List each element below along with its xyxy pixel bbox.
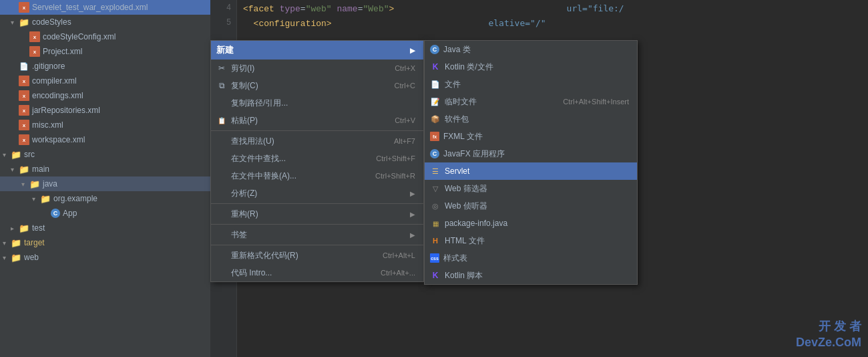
code-line-5: <configuration> elative="/": [243, 16, 863, 31]
folder-icon: 📁: [11, 149, 21, 160]
menu-item-web-filter[interactable]: ▽ Web 筛选器: [425, 180, 637, 197]
menu-shortcut: Ctrl+X: [395, 64, 415, 72]
menu-item-label: 代码 Intro...: [231, 267, 272, 279]
menu-item-package[interactable]: 📦 软件包: [425, 110, 637, 128]
watermark-line2: DevZe.CoM: [796, 335, 861, 350]
tree-item-gitignore[interactable]: 📄 .gitignore: [0, 59, 210, 74]
menu-item-left: K Kotlin 类/文件: [430, 62, 493, 73]
menu-item-package-info[interactable]: ▦ package-info.java: [425, 215, 637, 232]
folder-icon: 📁: [19, 17, 29, 27]
menu-item-kotlin-script[interactable]: K Kotlin 脚本: [425, 267, 637, 284]
menu-item-left: ⧉ 复制(C): [216, 80, 258, 92]
xml-attr2: name: [337, 4, 357, 14]
url-partial: url="file:/: [399, 3, 624, 13]
tree-item-servelet-xml[interactable]: x Servelet_test_war_exploded.xml: [0, 0, 210, 15]
menu-item-javafx[interactable]: C JavaFX 应用程序: [425, 145, 637, 162]
item-label: web: [24, 253, 39, 262]
arrow: [32, 195, 40, 203]
menu-item-analyze[interactable]: 分析(Z) ▶: [211, 185, 423, 202]
arrow: [3, 151, 11, 158]
menu-shortcut: Ctrl+Alt+...: [381, 269, 415, 277]
tree-item-jarRepositories-xml[interactable]: x jarRepositories.xml: [0, 103, 210, 118]
menu-item-stylesheet[interactable]: css 样式表: [425, 249, 637, 267]
menu-item-temp-file[interactable]: 📝 临时文件 Ctrl+Alt+Shift+Insert: [425, 93, 637, 110]
menu-item-left: H HTML 文件: [430, 235, 485, 247]
tree-item-target[interactable]: 📁 target: [0, 235, 210, 250]
xml-tag2: configuration: [258, 19, 326, 29]
menu-item-fxml[interactable]: fx FXML 文件: [425, 128, 637, 145]
item-label: src: [24, 150, 35, 159]
context-menu-left: 新建 ▶ ✂ 剪切(I) Ctrl+X ⧉ 复制(C) Ctrl+C 复制路径/…: [210, 40, 424, 282]
package-icon: 📦: [430, 114, 441, 124]
tree-item-misc-xml[interactable]: x misc.xml: [0, 118, 210, 132]
menu-item-bookmark[interactable]: 书签 ▶: [211, 226, 423, 243]
xml-icon: x: [29, 46, 40, 57]
tree-item-src[interactable]: 📁 src: [0, 147, 210, 162]
menu-item-copy[interactable]: ⧉ 复制(C) Ctrl+C: [211, 77, 423, 94]
menu-item-left: 在文件中替换(A)...: [216, 170, 296, 182]
menu-item-find-in-file[interactable]: 在文件中查找... Ctrl+Shift+F: [211, 150, 423, 167]
empty-icon: [216, 250, 227, 261]
menu-item-cut[interactable]: ✂ 剪切(I) Ctrl+X: [211, 60, 423, 77]
tree-item-web[interactable]: 📁 web: [0, 250, 210, 265]
xml-icon: x: [19, 105, 29, 116]
menu-item-replace-in-file[interactable]: 在文件中替换(A)... Ctrl+Shift+R: [211, 167, 423, 185]
fxml-icon: fx: [430, 132, 439, 141]
kotlin-icon: K: [430, 62, 441, 72]
menu-item-label: 剪切(I): [231, 63, 254, 74]
menu-item-label: 文件: [445, 79, 461, 90]
folder-icon: 📁: [40, 193, 51, 204]
menu-item-refactor[interactable]: 重构(R) ▶: [211, 205, 423, 223]
tree-item-codeStyles[interactable]: 📁 codeStyles: [0, 15, 210, 29]
menu-item-label: 在文件中查找...: [231, 153, 286, 164]
menu-item-servlet[interactable]: ☰ Servlet: [425, 162, 637, 180]
menu-item-file[interactable]: 📄 文件: [425, 76, 637, 93]
temp-file-icon: 📝: [430, 96, 441, 107]
menu-item-left: 书签: [216, 229, 247, 241]
menu-item-left: 📦 软件包: [430, 114, 469, 125]
menu-shortcut: Ctrl+V: [395, 116, 415, 124]
arrow: [11, 225, 19, 232]
menu-item-left: 重构(R): [216, 209, 258, 220]
tree-item-encodings-xml[interactable]: x encodings.xml: [0, 88, 210, 103]
xml-icon: x: [19, 90, 29, 101]
menu-item-html-file[interactable]: H HTML 文件: [425, 232, 637, 249]
watermark-line1: 开 发 者: [796, 319, 861, 334]
menu-item-left: 在文件中查找...: [216, 153, 286, 164]
empty-icon: [216, 170, 227, 181]
tree-item-test[interactable]: 📁 test: [0, 221, 210, 235]
tree-item-main[interactable]: 📁 main: [0, 162, 210, 176]
tree-item-compiler-xml[interactable]: x compiler.xml: [0, 74, 210, 88]
menu-item-copy-path[interactable]: 复制路径/引用...: [211, 94, 423, 112]
arrow: [3, 254, 11, 261]
item-label: Project.xml: [43, 47, 82, 56]
menu-item-find-usage[interactable]: 查找用法(U) Alt+F7: [211, 132, 423, 150]
menu-item-label: 软件包: [445, 114, 469, 125]
menu-item-paste[interactable]: 📋 粘贴(P) Ctrl+V: [211, 112, 423, 129]
arrow: [11, 166, 19, 173]
line-number-5: 5: [210, 15, 236, 29]
tree-item-java[interactable]: 📁 java: [0, 176, 210, 191]
javafx-icon: C: [430, 149, 439, 158]
menu-header-new[interactable]: 新建 ▶: [211, 41, 423, 60]
arrow: [11, 19, 19, 26]
item-label: org.example: [53, 194, 97, 203]
folder-icon: 📁: [19, 223, 29, 233]
menu-item-left: 查找用法(U): [216, 136, 274, 147]
menu-item-reformat[interactable]: 重新格式化代码(R) Ctrl+Alt+L: [211, 247, 423, 264]
menu-header-label: 新建: [216, 44, 234, 56]
tree-item-workspace-xml[interactable]: x workspace.xml: [0, 132, 210, 147]
empty-icon: [216, 267, 227, 278]
menu-item-generate[interactable]: 代码 Intro... Ctrl+Alt+...: [211, 264, 423, 281]
web-filter-icon: ▽: [430, 183, 441, 194]
tree-item-codeStyleConfig[interactable]: x codeStyleConfig.xml: [0, 29, 210, 44]
menu-item-kotlin-class[interactable]: K Kotlin 类/文件: [425, 58, 637, 76]
tree-item-project-xml[interactable]: x Project.xml: [0, 44, 210, 59]
menu-item-java-class[interactable]: C Java 类: [425, 41, 637, 58]
submenu-arrow: ▶: [410, 231, 415, 239]
tree-item-org-example[interactable]: 📁 org.example: [0, 191, 210, 206]
menu-item-web-listener[interactable]: ◎ Web 侦听器: [425, 197, 637, 215]
tree-item-app[interactable]: C App: [0, 206, 210, 221]
item-label: .gitignore: [32, 62, 65, 71]
menu-item-label: 重构(R): [231, 209, 258, 220]
